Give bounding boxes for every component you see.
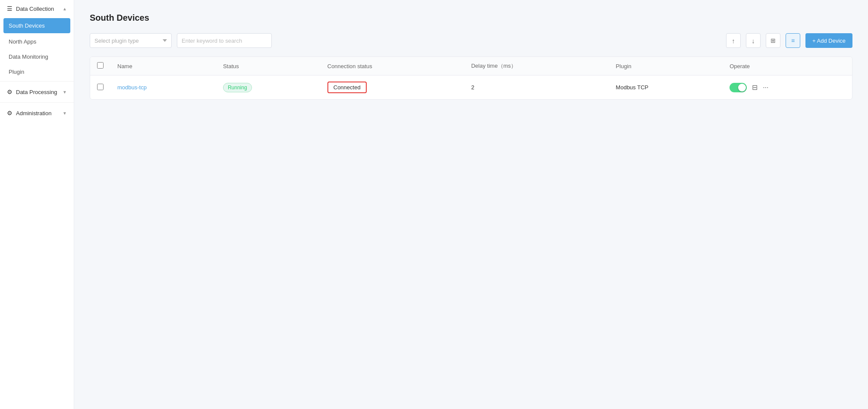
gear-icon-administration: ⚙ bbox=[7, 110, 13, 116]
sidebar-item-data-monitoring[interactable]: Data Monitoring bbox=[0, 49, 74, 64]
sidebar-section-data-processing: ⚙ Data Processing ▼ bbox=[0, 83, 74, 101]
devices-table: Name Status Connection status Delay time… bbox=[90, 57, 852, 99]
add-device-label: + Add Device bbox=[812, 38, 846, 44]
sidebar-item-label-data-monitoring: Data Monitoring bbox=[9, 53, 48, 60]
plugin-value: Modbus TCP bbox=[616, 84, 648, 91]
list-view-button[interactable]: ≡ bbox=[786, 33, 800, 48]
row-name-cell: modbus-tcp bbox=[110, 76, 216, 100]
device-toggle[interactable] bbox=[730, 83, 747, 92]
grid-view-button[interactable]: ⊞ bbox=[766, 33, 780, 48]
more-icon[interactable]: ··· bbox=[763, 84, 768, 91]
search-input[interactable] bbox=[177, 33, 272, 48]
col-header-delay-time: Delay time（ms） bbox=[464, 57, 609, 76]
table-row: modbus-tcp Running Connected 2 Modbus TC… bbox=[90, 76, 852, 100]
toolbar: Select plugin type ↑ ↓ ⊞ ≡ + Add Device bbox=[90, 33, 852, 48]
upload-icon: ↑ bbox=[732, 37, 735, 44]
col-header-name: Name bbox=[110, 57, 216, 76]
connection-status-badge: Connected bbox=[327, 82, 367, 93]
settings-icon[interactable]: ⊟ bbox=[752, 83, 758, 91]
row-delay-time-cell: 2 bbox=[464, 76, 609, 100]
chevron-down-icon-admin: ▼ bbox=[63, 111, 67, 116]
device-link[interactable]: modbus-tcp bbox=[117, 84, 147, 91]
sidebar-section-label-data-collection: Data Collection bbox=[16, 6, 54, 12]
gear-icon-data-processing: ⚙ bbox=[7, 88, 13, 95]
row-operate-cell: ⊟ ··· bbox=[723, 76, 852, 100]
sidebar-header-data-collection[interactable]: ☰ Data Collection ▲ bbox=[0, 0, 74, 17]
col-header-plugin: Plugin bbox=[609, 57, 723, 76]
download-icon: ↓ bbox=[752, 37, 755, 44]
divider-1 bbox=[0, 81, 74, 82]
row-checkbox[interactable] bbox=[97, 84, 104, 90]
main-content: South Devices Select plugin type ↑ ↓ ⊞ ≡… bbox=[74, 0, 868, 409]
chevron-up-icon: ▲ bbox=[63, 6, 67, 11]
list-icon: ☰ bbox=[7, 5, 13, 12]
select-all-checkbox[interactable] bbox=[97, 62, 104, 69]
sidebar-header-administration[interactable]: ⚙ Administration ▼ bbox=[0, 104, 74, 122]
row-plugin-cell: Modbus TCP bbox=[609, 76, 723, 100]
download-button[interactable]: ↓ bbox=[746, 33, 761, 48]
status-badge: Running bbox=[223, 83, 252, 92]
sidebar-item-label-north-apps: North Apps bbox=[9, 38, 36, 45]
grid-icon: ⊞ bbox=[771, 37, 776, 44]
col-header-operate: Operate bbox=[723, 57, 852, 76]
row-checkbox-cell bbox=[90, 76, 110, 100]
sidebar-item-north-apps[interactable]: North Apps bbox=[0, 34, 74, 49]
plugin-type-select[interactable]: Select plugin type bbox=[90, 33, 172, 48]
row-status-cell: Running bbox=[216, 76, 321, 100]
sidebar-section-data-collection: ☰ Data Collection ▲ South Devices North … bbox=[0, 0, 74, 79]
sidebar-items-data-collection: South Devices North Apps Data Monitoring… bbox=[0, 18, 74, 79]
divider-2 bbox=[0, 102, 74, 103]
table-header-row: Name Status Connection status Delay time… bbox=[90, 57, 852, 76]
header-checkbox-cell bbox=[90, 57, 110, 76]
add-device-button[interactable]: + Add Device bbox=[805, 33, 852, 48]
sidebar-section-administration: ⚙ Administration ▼ bbox=[0, 104, 74, 122]
col-header-connection-status: Connection status bbox=[321, 57, 464, 76]
sidebar: ☰ Data Collection ▲ South Devices North … bbox=[0, 0, 74, 409]
sidebar-item-label-south-devices: South Devices bbox=[9, 22, 45, 29]
operate-controls: ⊟ ··· bbox=[730, 83, 845, 92]
sidebar-section-label-administration: Administration bbox=[16, 110, 51, 116]
list-view-icon: ≡ bbox=[791, 37, 795, 44]
sidebar-item-plugin[interactable]: Plugin bbox=[0, 64, 74, 79]
devices-table-container: Name Status Connection status Delay time… bbox=[90, 57, 852, 100]
page-title: South Devices bbox=[90, 13, 852, 23]
sidebar-item-south-devices[interactable]: South Devices bbox=[3, 18, 70, 33]
sidebar-item-label-plugin: Plugin bbox=[9, 69, 24, 75]
upload-button[interactable]: ↑ bbox=[726, 33, 741, 48]
chevron-down-icon-processing: ▼ bbox=[63, 90, 67, 94]
row-connection-status-cell: Connected bbox=[321, 76, 464, 100]
toggle-slider bbox=[730, 83, 747, 92]
sidebar-section-label-data-processing: Data Processing bbox=[16, 89, 57, 95]
col-header-status: Status bbox=[216, 57, 321, 76]
sidebar-header-data-processing[interactable]: ⚙ Data Processing ▼ bbox=[0, 83, 74, 101]
delay-time-value: 2 bbox=[471, 84, 474, 91]
